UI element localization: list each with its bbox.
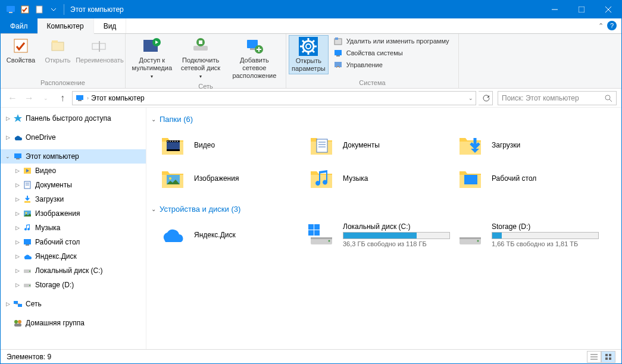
expand-icon[interactable]: ▷ [12,182,22,188]
tree-item[interactable]: ▷Изображения [1,206,146,221]
expand-icon[interactable]: ▷ [12,253,22,259]
tree-thispc[interactable]: ⌄ Этот компьютер [1,149,146,164]
tree-item[interactable]: ▷Документы [1,178,146,192]
svg-rect-43 [14,153,21,158]
close-button[interactable] [595,1,621,18]
folder-item[interactable]: Документы [305,128,454,162]
tree-item[interactable]: ▷Рабочий стол [1,235,146,249]
folder-item[interactable]: Рабочий стол [454,162,602,195]
expand-icon[interactable]: ▷ [12,211,22,216]
search-input[interactable] [502,94,602,102]
breadcrumb[interactable]: Этот компьютер [91,94,145,102]
refresh-button[interactable] [479,91,493,105]
folder-item[interactable]: Видео [156,128,305,162]
svg-rect-94 [605,357,608,360]
qat-dropdown-icon[interactable] [47,3,60,16]
expand-icon[interactable]: ▷ [12,168,22,174]
svg-rect-58 [14,301,18,304]
expand-icon[interactable]: ▷ [12,225,22,231]
uninstall-button[interactable]: Удалить или изменить программу [330,35,453,47]
collapse-icon[interactable]: ⌄ [3,153,12,159]
expand-icon[interactable]: ▷ [12,239,22,245]
ribbon-tabs: Файл Компьютер Вид ⌃ ? [1,18,621,34]
svg-point-25 [306,44,311,49]
map-drive-button[interactable]: Подключитьсетевой диск ▾ [177,35,224,81]
maximize-button[interactable] [568,1,595,18]
tree-homegroup[interactable]: Домашняя группа [1,316,146,330]
tree-item[interactable]: ▷Локальный диск (C:) [1,263,146,278]
section-folders-header[interactable]: ⌄ Папки (6) [146,112,621,126]
tree-item[interactable]: ▷Яндекс.Диск [1,249,146,263]
svg-rect-67 [167,141,168,142]
folder-label: Рабочий стол [492,174,536,183]
svg-rect-3 [36,6,42,13]
expand-icon[interactable]: ▷ [3,134,12,140]
view-details-button[interactable] [587,351,601,363]
expand-icon[interactable]: ▷ [3,301,12,307]
minimize-button[interactable] [541,1,568,18]
chevron-up-icon[interactable]: ⌃ [598,22,604,30]
folder-label: Изображения [194,174,239,183]
svg-rect-9 [52,42,64,51]
tab-view[interactable]: Вид [94,18,127,33]
tab-file[interactable]: Файл [1,18,37,33]
folder-item[interactable]: Музыка [305,162,454,195]
tree-quick-access[interactable]: ▷ Панель быстрого доступа [1,111,146,125]
svg-line-33 [312,40,314,42]
drive-item[interactable]: Storage (D:)1,66 ТБ свободно из 1,81 ТБ [454,218,602,252]
svg-rect-95 [609,357,611,360]
folder-label: Видео [194,141,215,149]
tree-network[interactable]: ▷ Сеть [1,297,146,311]
manage-button[interactable]: Управление [330,59,453,71]
folder-icon [307,131,336,159]
search-icon [604,94,612,102]
svg-rect-44 [16,158,20,159]
expand-icon[interactable]: ▷ [12,282,22,288]
svg-rect-69 [172,141,173,142]
nav-recent-dropdown[interactable]: ⌄ [39,91,53,105]
open-settings-button[interactable]: Открытьпараметры [289,35,329,74]
media-access-button[interactable]: Доступ кмультимедиа ▾ [128,35,176,81]
item-icon [22,265,33,276]
item-icon [22,180,33,190]
properties-button[interactable]: Свойства [3,35,39,65]
tree-onedrive[interactable]: ▷ OneDrive [1,130,146,145]
tree-item[interactable]: ▷Музыка [1,221,146,235]
expand-icon[interactable]: ▷ [12,196,22,202]
nav-back-button[interactable]: ← [5,91,20,105]
folder-item[interactable]: Загрузки [454,128,602,162]
content-area: ⌄ Папки (6) ВидеоДокументыЗагрузкиИзобра… [146,108,621,349]
address-dropdown-icon[interactable]: ⌄ [468,95,473,101]
nav-up-button[interactable]: ↑ [55,91,70,105]
navigation-tree[interactable]: ▷ Панель быстрого доступа ▷ OneDrive ⌄ Э… [1,108,146,349]
nav-forward-button[interactable]: → [22,91,36,105]
help-icon[interactable]: ? [607,21,617,30]
tab-computer[interactable]: Компьютер [37,18,94,34]
address-bar[interactable]: › Этот компьютер ⌄ [72,91,476,105]
svg-rect-66 [167,149,180,151]
svg-line-32 [302,51,304,52]
search-box[interactable] [498,91,617,105]
expand-icon[interactable]: ▷ [12,268,22,274]
add-network-location-button[interactable]: Добавить сетевоерасположение [226,35,283,81]
svg-rect-63 [14,324,21,327]
tree-item[interactable]: ▷Видео [1,164,146,178]
drive-label: Локальный диск (C:) [343,222,451,231]
tree-item[interactable]: ▷Загрузки [1,192,146,206]
drive-item[interactable]: Яндекс.Диск [156,218,305,252]
expand-icon[interactable]: ▷ [3,115,12,121]
svg-rect-81 [308,230,314,236]
view-icons-button[interactable] [601,351,615,363]
tree-item-label: Рабочий стол [35,238,80,246]
qat-properties-icon[interactable] [18,3,32,16]
tree-item[interactable]: ▷Storage (D:) [1,278,146,292]
qat-new-icon[interactable] [33,3,46,16]
folder-item[interactable]: Изображения [156,162,305,195]
drive-item[interactable]: Локальный диск (C:)36,3 ГБ свободно из 1… [305,218,454,252]
svg-line-31 [312,51,314,52]
section-drives-header[interactable]: ⌄ Устройства и диски (3) [146,202,621,216]
item-icon [22,208,33,219]
svg-rect-72 [317,139,327,152]
system-properties-button[interactable]: Свойства системы [330,47,453,59]
ribbon: Свойства Открыть Переименовать Расположе… [1,34,621,89]
